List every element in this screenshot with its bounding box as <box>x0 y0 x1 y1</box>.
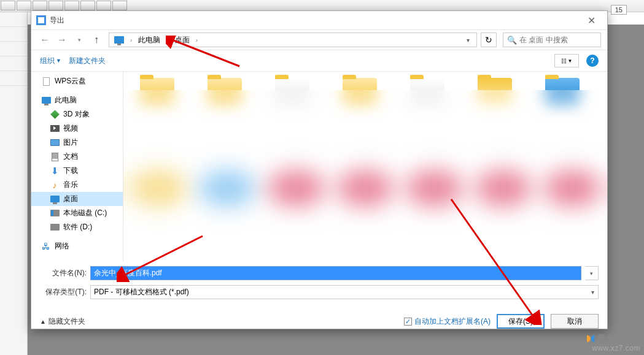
network-icon: 🖧 <box>41 242 51 251</box>
chevron-up-icon: ▲ <box>40 318 46 325</box>
monitor-icon <box>114 36 124 44</box>
page-indicator: 15 <box>611 5 627 15</box>
chevron-right-icon: › <box>193 37 200 44</box>
tree-3d-objects[interactable]: 3D 对象 <box>31 107 123 121</box>
cancel-button[interactable]: 取消 <box>551 314 599 329</box>
hide-folders-toggle[interactable]: ▲ 隐藏文件夹 <box>40 316 85 327</box>
help-button[interactable]: ? <box>586 55 599 67</box>
tree-network[interactable]: 🖧 网络 <box>31 239 123 253</box>
dialog-body: WPS云盘 此电脑 3D 对象 视频 图片 文档 <box>31 71 607 261</box>
filename-dropdown[interactable]: ▾ <box>585 266 599 280</box>
cube-icon <box>50 110 60 119</box>
dialog-title: 导出 <box>50 15 580 26</box>
export-dialog: 导出 ✕ ← → ▾ ↑ › 此电脑 › 桌面 › ▾ ↻ 🔍 组织 ▼ 新建文… <box>31 10 608 329</box>
chevron-right-icon: › <box>164 37 171 44</box>
chevron-down-icon: ▼ <box>56 58 61 64</box>
close-button[interactable]: ✕ <box>580 13 602 28</box>
nav-recent-dropdown[interactable]: ▾ <box>72 32 87 47</box>
tree-documents[interactable]: 文档 <box>31 150 123 164</box>
folder-item[interactable] <box>400 78 455 121</box>
breadcrumb-desktop[interactable]: 桌面 <box>173 34 192 47</box>
refresh-button[interactable]: ↻ <box>481 32 497 47</box>
file-list[interactable] <box>123 72 607 261</box>
savetype-label: 保存类型(T): <box>40 287 87 297</box>
view-options-button[interactable]: ☷ ▼ <box>554 54 579 67</box>
disk-icon <box>50 224 60 231</box>
download-icon: ⬇ <box>50 167 60 175</box>
footer-row: ▲ 隐藏文件夹 ✓ 自动加上文档扩展名(A) 保存(S) 取消 <box>31 309 607 331</box>
tree-videos[interactable]: 视频 <box>31 121 123 136</box>
folder-item[interactable] <box>535 78 590 121</box>
address-dropdown[interactable]: ▾ <box>462 37 474 44</box>
organize-menu[interactable]: 组织 ▼ <box>40 56 61 66</box>
tree-pictures[interactable]: 图片 <box>31 136 123 150</box>
navigation-row: ← → ▾ ↑ › 此电脑 › 桌面 › ▾ ↻ 🔍 <box>31 29 607 50</box>
checkbox-icon: ✓ <box>404 318 412 326</box>
filename-input[interactable] <box>90 266 581 280</box>
tree-wps-cloud[interactable]: WPS云盘 <box>31 74 123 88</box>
savetype-select[interactable]: PDF - 可移植文档格式 (*.pdf) <box>90 285 599 299</box>
tree-disk-d[interactable]: 软件 (D:) <box>31 220 123 234</box>
command-row: 组织 ▼ 新建文件夹 ☷ ▼ ? <box>31 50 607 71</box>
tree-disk-c[interactable]: 本地磁盘 (C:) <box>31 206 123 220</box>
dialog-icon <box>36 15 46 25</box>
video-icon <box>50 125 60 132</box>
disk-icon <box>50 210 60 216</box>
folder-item[interactable] <box>467 78 522 121</box>
page-icon <box>43 77 50 86</box>
chevron-right-icon: › <box>128 37 134 44</box>
search-box[interactable]: 🔍 <box>503 32 601 47</box>
tree-music[interactable]: ♪ 音乐 <box>31 178 123 192</box>
auto-extension-checkbox[interactable]: ✓ 自动加上文档扩展名(A) <box>404 316 491 327</box>
navigation-tree: WPS云盘 此电脑 3D 对象 视频 图片 文档 <box>31 72 123 261</box>
music-icon: ♪ <box>50 181 60 189</box>
nav-forward-button: → <box>55 32 69 47</box>
tree-downloads[interactable]: ⬇ 下载 <box>31 164 123 178</box>
folder-item[interactable] <box>197 78 252 121</box>
monitor-icon <box>42 97 51 104</box>
picture-icon <box>50 139 60 146</box>
filename-label: 文件名(N): <box>40 268 87 278</box>
folder-item[interactable] <box>265 78 320 121</box>
nav-up-button[interactable]: ↑ <box>89 32 104 47</box>
monitor-icon <box>50 196 60 202</box>
nav-back-button[interactable]: ← <box>37 32 52 47</box>
folder-item[interactable] <box>130 78 185 121</box>
breadcrumb-bar[interactable]: › 此电脑 › 桌面 › ▾ <box>109 32 477 47</box>
save-button[interactable]: 保存(S) <box>497 314 545 329</box>
search-icon: 🔍 <box>507 36 517 45</box>
breadcrumb-this-pc[interactable]: 此电脑 <box>136 34 163 47</box>
folder-item[interactable] <box>332 78 387 121</box>
tree-desktop[interactable]: 桌面 <box>31 192 123 206</box>
document-icon <box>52 153 58 161</box>
background-side-panel <box>0 12 28 355</box>
new-folder-button[interactable]: 新建文件夹 <box>69 56 106 66</box>
fields-area: 文件名(N): ▾ 保存类型(T): PDF - 可移植文档格式 (*.pdf) <box>31 261 607 309</box>
dialog-titlebar: 导出 ✕ <box>31 11 607 29</box>
watermark: ◗◖ 极光下载站 www.xz7.com <box>586 333 640 353</box>
search-input[interactable] <box>519 36 611 44</box>
tree-this-pc[interactable]: 此电脑 <box>31 93 123 107</box>
